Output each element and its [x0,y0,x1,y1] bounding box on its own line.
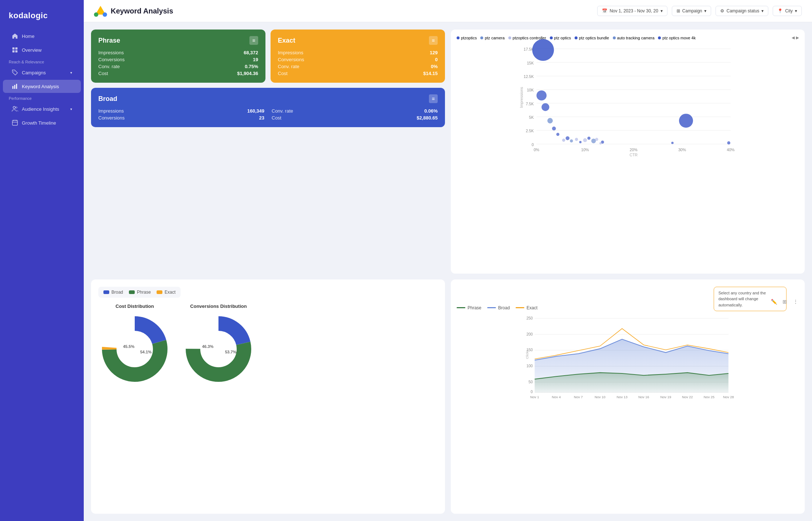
phrase-impressions-value: 68,372 [244,50,258,55]
svg-text:Impressions: Impressions [519,87,524,108]
donut-panel: Broad Phrase Exact Cost Distribution [91,279,445,514]
scatter-prev[interactable]: ◀ [792,35,795,40]
sidebar-logo: kodalogic [0,7,84,29]
svg-text:100: 100 [527,364,533,368]
svg-text:Nov 7: Nov 7 [574,395,583,399]
broad-cost-label: Cost [272,115,281,121]
svg-text:45.5%: 45.5% [123,344,134,349]
broad-card: Broad ≡ Impressions 160,349 Conv. rate 0… [91,88,445,127]
move4k-dot [658,36,661,39]
phrase-legend-label: Phrase [137,290,151,295]
svg-text:Nov 13: Nov 13 [616,395,627,399]
svg-point-15 [103,12,107,17]
scatter-legend-controller: ptzoptics controller [508,35,546,40]
svg-point-58 [727,141,730,145]
svg-text:CTR: CTR [630,153,638,157]
campaign-filter[interactable]: ⊞ Campaign ▾ [672,6,712,16]
campaign-status-label: Campaign status [726,8,759,13]
exact-card-title: Exact [278,37,295,44]
broad-card-menu[interactable]: ≡ [429,94,438,103]
scatter-nav: ◀ ▶ [792,35,799,40]
svg-rect-0 [12,47,15,50]
city-label: City [785,8,793,13]
calendar-icon: 📅 [602,8,607,13]
broad-legend-dot [103,290,109,294]
svg-text:200: 200 [527,332,533,336]
bundle-dot [575,36,578,39]
exact-conv-rate-label: Conv. rate [278,64,299,69]
svg-text:10%: 10% [581,148,589,152]
grid-icon [12,47,18,53]
exact-cost-label: Cost [278,71,288,76]
donut-legend: Broad Phrase Exact [98,287,181,298]
cost-donut-chart: 45.5% 54.1% [98,313,171,385]
svg-point-9 [16,107,17,108]
phrase-conv-rate-row: Conv. rate 0.75% [98,64,258,69]
phrase-conv-rate-value: 0.75% [245,64,258,69]
phrase-card-header: Phrase ≡ [98,36,258,45]
phrase-legend-dot [129,290,135,294]
svg-point-63 [117,332,152,367]
phrase-conv-rate-label: Conv. rate [98,64,120,69]
svg-rect-3 [15,50,17,52]
edit-icon[interactable]: ✏️ [770,298,778,306]
city-filter[interactable]: 📍 City ▾ [773,6,802,16]
bar-chart-icon [12,83,18,90]
svg-text:5K: 5K [529,115,534,120]
exact-impressions-row: Impressions 129 [278,50,438,55]
sidebar-item-campaigns[interactable]: Campaigns ▾ [3,66,81,79]
sidebar-item-overview[interactable]: Overview [3,43,81,56]
exact-line-dot [516,307,524,308]
ptz-camera-label: ptz camera [485,36,504,40]
svg-point-44 [552,126,556,130]
exact-legend-dot [157,290,162,294]
scatter-next[interactable]: ▶ [796,35,799,40]
campaigns-chevron: ▾ [70,71,72,75]
line-broad-label: Broad [498,305,510,310]
exact-cost-value: $14.15 [423,71,438,76]
campaign-status-filter[interactable]: ⚙ Campaign status ▾ [716,6,768,16]
sidebar-item-growth[interactable]: Growth Timeline [3,116,81,129]
exact-legend-label: Exact [165,290,176,295]
sidebar-item-audience[interactable]: Audience Insights ▾ [3,102,81,115]
broad-conversions-row: Conversions 23 [98,115,264,121]
date-range-label: Nov 1, 2023 - Nov 30, 20 [610,8,658,13]
date-range-filter[interactable]: 📅 Nov 1, 2023 - Nov 30, 20 ▾ [597,6,667,16]
table-icon[interactable]: ⊞ [781,298,789,306]
page-header: Keyword Analysis 📅 Nov 1, 2023 - Nov 30,… [84,0,812,22]
svg-text:40%: 40% [727,148,735,152]
phrase-conversions-label: Conversions [98,57,125,62]
line-exact-label: Exact [527,305,537,310]
scatter-legend-ptzoptics: ptzoptics [457,35,477,40]
svg-rect-2 [12,50,15,52]
phrase-card: Phrase ≡ Impressions 68,372 Conversions … [91,30,265,83]
svg-rect-12 [16,120,17,121]
more-icon[interactable]: ⋮ [792,298,800,306]
svg-text:54.1%: 54.1% [140,350,151,354]
campaign-label: Campaign [682,8,702,13]
phrase-card-title: Phrase [98,37,120,44]
svg-text:10K: 10K [527,88,534,92]
svg-point-47 [565,136,569,140]
phrase-metrics: Impressions 68,372 Conversions 19 Conv. … [98,50,258,76]
page-title: Keyword Analysis [111,7,173,15]
bundle-label: ptz optics bundle [579,36,609,40]
broad-conv-rate-label: Conv. rate [272,108,293,114]
sidebar-item-keyword-analysis[interactable]: Keyword Analysis [3,80,81,93]
sidebar-item-home[interactable]: Home [3,30,81,43]
svg-point-56 [679,114,693,128]
svg-text:Nov 22: Nov 22 [682,395,693,399]
svg-text:12.5K: 12.5K [524,74,534,79]
cost-donut-label: Cost Distribution [115,303,154,309]
timeline-icon [12,120,18,126]
campaign-icon: ⊞ [677,8,680,13]
svg-text:Nov 25: Nov 25 [703,395,714,399]
exact-metrics: Impressions 129 Conversions 0 Conv. rate… [278,50,438,76]
conversions-donut: Conversions Distribution 46.3% 53.7% [182,303,255,385]
svg-text:Nov 1: Nov 1 [530,395,539,399]
phrase-card-menu[interactable]: ≡ [249,36,258,45]
exact-impressions-label: Impressions [278,50,303,55]
exact-card-menu[interactable]: ≡ [429,36,438,45]
move4k-label: ptz optics move 4k [662,36,695,40]
google-ads-logo [94,4,107,17]
